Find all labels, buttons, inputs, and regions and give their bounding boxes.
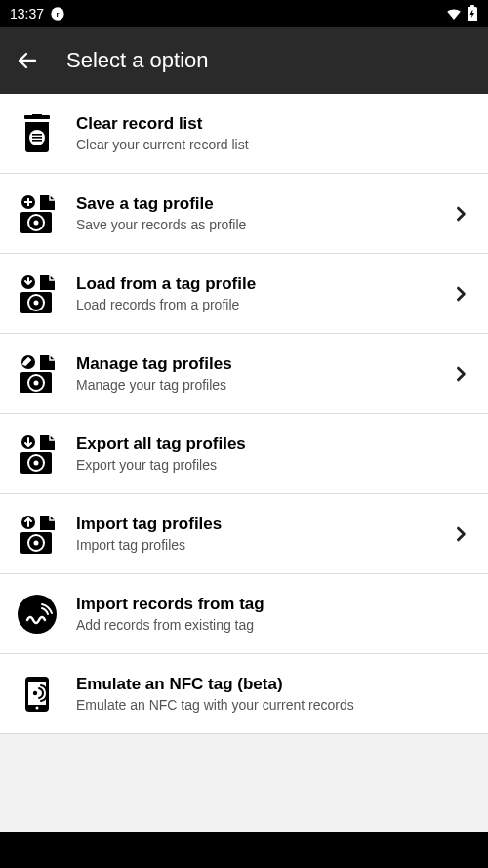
svg-point-17 [34,380,39,385]
battery-icon [467,5,478,22]
tag-load-icon [19,274,56,313]
app-header: Select a option [0,27,488,94]
option-title: Export all tag profiles [76,434,470,454]
option-clear-record-list[interactable]: Clear record list Clear your current rec… [0,94,488,174]
option-title: Clear record list [76,114,470,134]
option-title: Emulate an NFC tag (beta) [76,675,470,694]
back-arrow-icon[interactable] [16,49,39,72]
tag-export-icon [19,434,56,474]
tag-manage-icon [19,354,56,393]
option-title: Manage tag profiles [76,354,431,374]
option-subtitle: Clear your current record list [76,137,470,152]
wifi-icon [445,5,463,22]
option-subtitle: Save your records as profile [76,217,431,232]
chevron-right-icon [451,524,470,544]
option-title: Save a tag profile [76,194,431,214]
option-subtitle: Import tag profiles [76,537,431,553]
status-time: 13:37 [10,6,44,21]
status-bar: 13:37 r [0,0,488,27]
phone-nfc-icon [20,675,55,714]
option-import-tag-profiles[interactable]: Import tag profiles Import tag profiles [0,494,488,574]
nfc-wave-icon [18,595,57,634]
svg-rect-8 [32,137,42,139]
option-import-records-from-tag[interactable]: Import records from tag Add records from… [0,574,488,654]
option-export-tag-profiles[interactable]: Export all tag profiles Export your tag … [0,414,488,494]
option-title: Import tag profiles [76,515,431,534]
option-subtitle: Add records from existing tag [76,617,470,633]
svg-rect-7 [32,134,42,136]
option-title: Load from a tag profile [76,274,431,294]
option-subtitle: Export your tag profiles [76,457,470,473]
svg-rect-9 [32,140,42,142]
chevron-right-icon [451,284,470,304]
navigation-bar [0,832,488,868]
chevron-right-icon [451,204,470,224]
option-emulate-nfc-tag[interactable]: Emulate an NFC tag (beta) Emulate an NFC… [0,654,488,734]
option-manage-tag-profiles[interactable]: Manage tag profiles Manage your tag prof… [0,334,488,414]
svg-rect-3 [470,5,474,8]
svg-point-25 [18,595,57,634]
option-load-tag-profile[interactable]: Load from a tag profile Load records fro… [0,254,488,334]
svg-point-14 [34,300,39,305]
svg-point-20 [34,460,39,465]
svg-rect-5 [32,114,42,116]
option-subtitle: Load records from a profile [76,297,431,312]
svg-point-11 [34,220,39,225]
svg-text:r: r [56,10,59,19]
chevron-right-icon [451,364,470,384]
options-list: Clear record list Clear your current rec… [0,94,488,832]
option-subtitle: Emulate an NFC tag with your current rec… [76,697,470,713]
option-subtitle: Manage your tag profiles [76,377,431,393]
svg-point-29 [33,690,37,694]
page-title: Select a option [66,48,209,73]
trash-icon [19,114,56,153]
svg-point-28 [36,706,39,709]
option-title: Import records from tag [76,595,470,614]
tag-save-icon [19,194,56,233]
app-notification-icon: r [50,6,65,21]
svg-point-23 [34,540,39,545]
option-save-tag-profile[interactable]: Save a tag profile Save your records as … [0,174,488,254]
tag-import-icon [19,515,56,554]
